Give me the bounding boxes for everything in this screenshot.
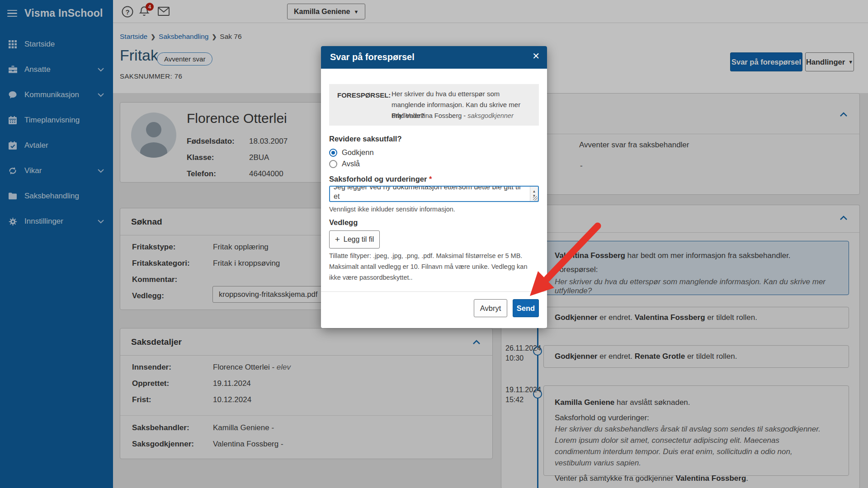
radio-approve[interactable]: Godkjenn [329, 148, 374, 157]
add-file-button[interactable]: + Legg til fil [329, 230, 380, 249]
radio-unselected-icon [329, 160, 337, 168]
request-from: Fra: Valentina Fossberg - saksgodkjenner [392, 112, 532, 119]
request-label: FORESPØRSEL: [337, 91, 391, 99]
resize-grip-icon[interactable] [533, 196, 538, 201]
revise-outcome-label: Revidere saksutfall? [329, 135, 402, 143]
assessment-label: Saksforhold og vurderinger * [329, 175, 432, 183]
plus-icon: + [335, 235, 340, 244]
file-rules-hint: Tillatte filtyper: .jpeg, .jpg, .png, .p… [329, 250, 538, 283]
app-root: Visma InSchool Startside Ansatte Ko [0, 0, 868, 488]
assessment-textarea[interactable]: Jeg legger ved ny dokumentasjon ettersom… [329, 186, 539, 202]
radio-reject[interactable]: Avslå [329, 160, 360, 168]
attachments-label: Vedlegg [329, 218, 358, 227]
radio-selected-icon [329, 149, 337, 157]
modal-header: Svar på forespørsel ✕ [321, 46, 547, 69]
send-button[interactable]: Send [513, 299, 539, 317]
close-icon[interactable]: ✕ [532, 52, 540, 61]
cancel-button[interactable]: Avbryt [474, 299, 507, 317]
reply-request-modal: Svar på forespørsel ✕ FORESPØRSEL: Her s… [321, 46, 547, 328]
divider [321, 291, 547, 292]
modal-title: Svar på forespørsel [330, 52, 415, 62]
request-summary-box: FORESPØRSEL: Her skriver du hva du etter… [329, 84, 539, 126]
sensitive-info-hint: Vennligst ikke inkluder sensitiv informa… [329, 204, 455, 215]
textarea-value: Jeg legger ved ny dokumentasjon ettersom… [334, 186, 524, 202]
